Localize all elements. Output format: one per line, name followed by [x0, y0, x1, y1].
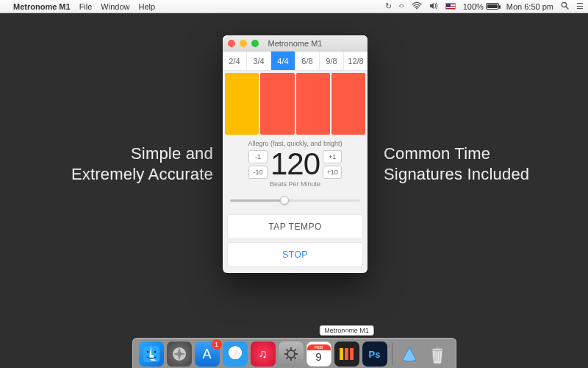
- svg-point-9: [287, 350, 295, 358]
- dock-documents-icon[interactable]: [397, 342, 422, 367]
- timesig-4-4[interactable]: 4/4: [271, 52, 295, 70]
- spotlight-icon[interactable]: [561, 1, 569, 11]
- dock-finder-icon[interactable]: [139, 342, 164, 367]
- timesig-12-8[interactable]: 12/8: [344, 52, 368, 70]
- svg-point-4: [146, 351, 148, 353]
- promo-text-left: Simple and Extremely Accurate: [44, 144, 213, 184]
- bluetooth-icon[interactable]: ⌔: [399, 2, 404, 11]
- svg-line-15: [294, 358, 295, 359]
- dock-metronome-m1-icon[interactable]: Metronome M1: [334, 342, 359, 367]
- svg-line-2: [566, 7, 568, 9]
- beat-4[interactable]: [331, 73, 365, 135]
- svg-point-18: [431, 348, 442, 351]
- beat-3[interactable]: [296, 73, 330, 135]
- dock-calendar-icon[interactable]: FEB 9: [306, 342, 331, 367]
- battery-icon: [486, 3, 499, 10]
- time-signature-tabs: 2/4 3/4 4/4 6/8 9/8 12/8: [223, 52, 368, 71]
- volume-icon[interactable]: [429, 2, 438, 11]
- dock-separator: [392, 343, 392, 365]
- menubar-app-name[interactable]: Metronome M1: [13, 2, 71, 11]
- wifi-icon[interactable]: [412, 2, 422, 11]
- timesig-3-4[interactable]: 3/4: [247, 52, 271, 70]
- bpm-minus-10-button[interactable]: -10: [248, 166, 268, 179]
- svg-line-16: [294, 350, 295, 351]
- svg-line-14: [286, 350, 287, 351]
- battery-status[interactable]: 100%: [463, 2, 499, 11]
- menubar-clock[interactable]: Mon 6:50 pm: [506, 2, 553, 11]
- dock-photoshop-icon[interactable]: Ps: [362, 342, 387, 367]
- bpm-plus-1-button[interactable]: +1: [323, 150, 342, 163]
- menubar: Metronome M1 File Window Help ↻ ⌔ 100% M…: [0, 0, 588, 13]
- svg-point-5: [154, 351, 155, 353]
- bpm-minus-1-button[interactable]: -1: [248, 150, 268, 163]
- tempo-slider[interactable]: [230, 195, 360, 205]
- dock-tooltip: Metronome M1: [319, 325, 374, 336]
- beat-indicator-row: [223, 71, 368, 137]
- timesig-6-8[interactable]: 6/8: [295, 52, 320, 70]
- calendar-day: 9: [315, 350, 321, 364]
- input-source-flag-icon[interactable]: [445, 3, 456, 10]
- stop-button[interactable]: STOP: [227, 242, 363, 267]
- dock: A 1 ♫ FEB 9 Metronome M1 Ps: [132, 338, 456, 368]
- beat-1[interactable]: [225, 73, 259, 135]
- app-window: Metronome M1 2/4 3/4 4/4 6/8 9/8 12/8 Al…: [223, 35, 368, 273]
- bpm-label: Beats Per Minute: [227, 180, 363, 188]
- promo-text-right: Common Time Signatures Included: [384, 144, 553, 184]
- menu-file[interactable]: File: [79, 2, 93, 11]
- calendar-month: FEB: [307, 344, 331, 350]
- dock-trash-icon[interactable]: [425, 342, 450, 367]
- menu-help[interactable]: Help: [138, 2, 155, 11]
- dock-itunes-icon[interactable]: ♫: [251, 342, 276, 367]
- bpm-value: 120: [270, 149, 320, 180]
- menu-window[interactable]: Window: [101, 2, 129, 11]
- window-title: Metronome M1: [223, 39, 368, 48]
- dock-launchpad-icon[interactable]: [167, 342, 192, 367]
- time-machine-icon[interactable]: ↻: [385, 1, 392, 11]
- window-titlebar[interactable]: Metronome M1: [223, 35, 368, 52]
- svg-point-0: [416, 7, 417, 9]
- notification-center-icon[interactable]: ☰: [576, 1, 584, 11]
- dock-safari-icon[interactable]: [223, 342, 248, 367]
- beat-2[interactable]: [260, 73, 294, 135]
- timesig-9-8[interactable]: 9/8: [320, 52, 344, 70]
- tap-tempo-button[interactable]: TAP TEMPO: [227, 214, 363, 239]
- appstore-badge: 1: [212, 339, 222, 350]
- svg-marker-8: [232, 350, 238, 358]
- dock-system-preferences-icon[interactable]: [279, 342, 304, 367]
- dock-appstore-icon[interactable]: A 1: [195, 342, 220, 367]
- timesig-2-4[interactable]: 2/4: [223, 52, 247, 70]
- svg-line-17: [286, 358, 287, 359]
- battery-percent: 100%: [463, 2, 484, 11]
- bpm-plus-10-button[interactable]: +10: [323, 166, 342, 179]
- tempo-slider-thumb[interactable]: [280, 196, 289, 205]
